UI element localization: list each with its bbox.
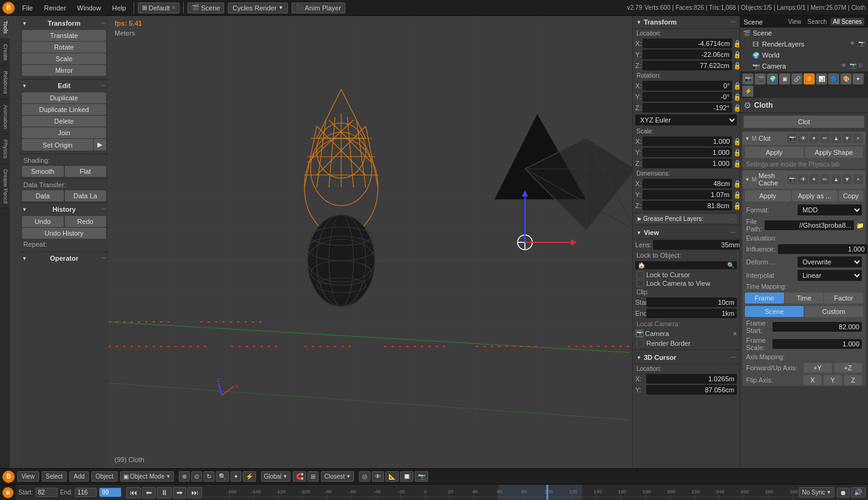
custom-btn[interactable]: Custom (804, 306, 863, 317)
filepath-folder-icon[interactable]: 📁 (856, 222, 864, 229)
first-mod-eye-icon[interactable]: 👁 (798, 133, 808, 143)
view-section-header[interactable]: ▼ View ··· (633, 226, 739, 239)
first-mod-apply-button[interactable]: Apply (745, 147, 804, 158)
render-engine-name[interactable]: Cycles Render (232, 4, 276, 12)
z-flip-btn[interactable]: Z (844, 375, 862, 385)
prop-tab-render[interactable]: 📷 (742, 73, 753, 84)
outliner-item-world[interactable]: 🌍 World (740, 50, 868, 61)
timeline-end-input[interactable] (75, 488, 97, 497)
duplicate-button[interactable]: Duplicate (22, 92, 106, 103)
tab-grease-pencil[interactable]: Grease Pencil (0, 164, 10, 209)
second-mod-collapse-icon[interactable]: ▼ (745, 177, 750, 182)
duplicate-linked-button[interactable]: Duplicate Linked (22, 104, 106, 115)
second-mod-down-icon[interactable]: ▼ (842, 174, 852, 184)
view-bottom-btn[interactable]: View (17, 471, 39, 482)
first-mod-down-icon[interactable]: ▼ (842, 133, 852, 143)
prop-tab-modifiers[interactable]: ⚙ (804, 73, 815, 84)
lock-camera-row[interactable]: Lock Camera to View (633, 279, 739, 288)
translate-button[interactable]: Translate (22, 30, 106, 41)
scale-x-lock[interactable]: 🔒 (733, 138, 739, 146)
edit-section-header[interactable]: ▼ Edit ··· (20, 81, 108, 91)
snap-icon-2[interactable]: ⊞ (308, 471, 319, 482)
renderlayers-eye-icon[interactable]: 👁 (850, 40, 857, 48)
dim-x-lock[interactable]: 🔒 (733, 180, 739, 188)
mirror-button[interactable]: Mirror (22, 65, 106, 76)
prop-tab-world[interactable]: 🌍 (767, 73, 778, 84)
scale-y-input[interactable] (643, 147, 732, 157)
add-modifier-button[interactable]: Clot (744, 116, 864, 128)
second-mod-edit-icon[interactable]: ✏ (820, 174, 830, 184)
rot-x-lock[interactable]: 🔒 (733, 82, 739, 90)
y-axis-btn[interactable]: +Y (804, 363, 832, 373)
prop-tab-physics[interactable]: ⚡ (742, 86, 753, 97)
rot-z-input[interactable] (643, 103, 732, 113)
lock-camera-check[interactable] (636, 280, 644, 287)
step-forward-btn[interactable]: ➡ (173, 487, 186, 498)
frame-btn[interactable]: Frame (745, 293, 784, 304)
outliner-tab-view[interactable]: View (786, 18, 804, 26)
scale-y-lock[interactable]: 🔒 (733, 149, 739, 157)
filepath-input[interactable] (764, 220, 854, 230)
jump-start-btn[interactable]: ⏮ (126, 487, 141, 498)
rot-z-lock[interactable]: 🔒 (733, 104, 739, 112)
first-mod-up-icon[interactable]: ▲ (831, 133, 841, 143)
lens-input[interactable] (653, 240, 739, 250)
rot-y-lock[interactable]: 🔒 (733, 93, 739, 101)
data-la-button[interactable]: Data La (65, 190, 107, 201)
second-mod-apply-button[interactable]: Apply (745, 190, 791, 201)
second-mod-copy-button[interactable]: Copy (839, 190, 863, 201)
second-mod-eye-icon[interactable]: 👁 (798, 174, 808, 184)
outliner-tab-search[interactable]: Search (805, 18, 829, 26)
second-mod-delete-icon[interactable]: × (853, 174, 863, 184)
join-button[interactable]: Join (22, 127, 106, 138)
camera-eye-icon[interactable]: 👁 (841, 62, 848, 70)
second-mod-camera-icon[interactable]: 📷 (787, 174, 797, 184)
loc-y-lock[interactable]: 🔒 (733, 51, 739, 59)
camera-sel-icon[interactable]: ⊙ (858, 62, 866, 70)
first-mod-edit-icon[interactable]: ✏ (820, 133, 830, 143)
operator-section-header[interactable]: ▼ Operator ··· (20, 253, 108, 263)
second-mod-up-icon[interactable]: ▲ (831, 174, 841, 184)
loc-z-lock[interactable]: 🔒 (733, 62, 739, 70)
cursor-x-input[interactable] (646, 374, 737, 384)
prop-tab-object[interactable]: ▣ (779, 73, 790, 84)
prop-tab-scene[interactable]: 🎬 (755, 73, 766, 84)
lock-object-search[interactable]: 🔍 (727, 262, 734, 269)
prop-tab-particles[interactable]: ✦ (853, 73, 864, 84)
prop-tab-constraints[interactable]: 🔗 (791, 73, 802, 84)
audio-btn[interactable]: 🔊 (851, 487, 866, 498)
vri-3[interactable]: 📐 (385, 471, 399, 482)
jump-end-btn[interactable]: ⏭ (187, 487, 202, 498)
viewport-icon-4[interactable]: 🔍 (216, 471, 229, 482)
cursor-3d-header[interactable]: ▼ 3D Cursor ··· (633, 351, 739, 364)
second-mod-apply-as-button[interactable]: Apply as ... (792, 190, 838, 201)
first-mod-render-icon[interactable]: ✦ (809, 133, 819, 143)
viewport[interactable]: X Z fps: 5.41 Meters (99) Cloth (108, 16, 632, 468)
first-mod-apply-shape-button[interactable]: Apply Shape (805, 147, 864, 158)
scene-btn[interactable]: Scene (745, 306, 804, 317)
data-button[interactable]: Data (22, 190, 64, 201)
clip-start-input[interactable] (646, 297, 737, 307)
camera-render-icon[interactable]: 📷 (850, 62, 857, 70)
outliner-item-camera[interactable]: 📷 Camera 👁 📷 ⊙ (740, 61, 868, 72)
renderlayers-render-icon[interactable]: 📷 (858, 40, 866, 48)
pause-btn[interactable]: ⏸ (157, 487, 172, 498)
outliner-item-renderlayers[interactable]: 🎞 RenderLayers 👁 📷 (740, 39, 868, 50)
render-menu[interactable]: Render (40, 3, 70, 13)
prop-tab-texture[interactable]: 🎨 (840, 73, 851, 84)
vri-2[interactable]: 👁 (372, 471, 384, 482)
loc-x-input[interactable] (643, 39, 732, 48)
timeline-current-input[interactable] (99, 488, 121, 497)
deform-select[interactable]: Overwrite (798, 256, 862, 267)
time-btn[interactable]: Time (785, 293, 824, 304)
undo-button[interactable]: Undo (22, 216, 64, 227)
workspace-name[interactable]: Default (149, 4, 170, 12)
influence-input[interactable] (778, 244, 867, 254)
anim-player-btn[interactable]: Anim Player (305, 4, 341, 12)
lock-cursor-row[interactable]: Lock to Cursor (633, 271, 739, 279)
cursor-y-input[interactable] (646, 385, 737, 395)
tab-animation[interactable]: Animation (0, 100, 10, 135)
record-btn[interactable]: ⏺ (837, 488, 850, 498)
first-mod-collapse-icon[interactable]: ▼ (745, 136, 750, 141)
dim-y-input[interactable] (643, 190, 732, 200)
